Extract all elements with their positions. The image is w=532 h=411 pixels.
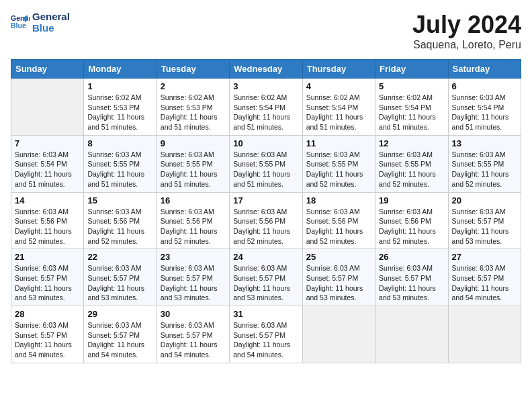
day-cell: 25Sunrise: 6:03 AM Sunset: 5:57 PM Dayli…	[302, 249, 375, 306]
day-number: 15	[87, 195, 152, 205]
col-header-wednesday: Wednesday	[230, 60, 302, 79]
day-cell: 22Sunrise: 6:03 AM Sunset: 5:57 PM Dayli…	[84, 249, 157, 306]
logo-blue: Blue	[32, 22, 70, 34]
day-number: 9	[161, 138, 226, 148]
day-number: 31	[233, 309, 298, 319]
day-cell: 23Sunrise: 6:03 AM Sunset: 5:57 PM Dayli…	[157, 249, 229, 306]
col-header-tuesday: Tuesday	[157, 60, 229, 79]
day-number: 29	[87, 309, 152, 319]
day-info: Sunrise: 6:03 AM Sunset: 5:57 PM Dayligh…	[87, 263, 152, 303]
svg-text:Blue: Blue	[11, 21, 26, 30]
day-info: Sunrise: 6:02 AM Sunset: 5:53 PM Dayligh…	[87, 93, 152, 132]
day-info: Sunrise: 6:02 AM Sunset: 5:54 PM Dayligh…	[379, 93, 444, 132]
day-info: Sunrise: 6:03 AM Sunset: 5:57 PM Dayligh…	[161, 263, 226, 303]
title-block: July 2024 Saquena, Loreto, Peru	[412, 11, 521, 51]
day-info: Sunrise: 6:03 AM Sunset: 5:56 PM Dayligh…	[379, 207, 444, 246]
day-cell: 3Sunrise: 6:02 AM Sunset: 5:54 PM Daylig…	[230, 79, 302, 136]
day-cell: 31Sunrise: 6:03 AM Sunset: 5:57 PM Dayli…	[230, 306, 302, 363]
day-cell: 26Sunrise: 6:03 AM Sunset: 5:57 PM Dayli…	[375, 249, 448, 306]
day-cell: 21Sunrise: 6:03 AM Sunset: 5:57 PM Dayli…	[11, 249, 84, 306]
day-cell: 4Sunrise: 6:02 AM Sunset: 5:54 PM Daylig…	[302, 79, 375, 136]
day-cell	[302, 306, 375, 363]
day-cell: 2Sunrise: 6:02 AM Sunset: 5:53 PM Daylig…	[157, 79, 229, 136]
day-info: Sunrise: 6:02 AM Sunset: 5:53 PM Dayligh…	[161, 93, 226, 132]
calendar-header-row: SundayMondayTuesdayWednesdayThursdayFrid…	[11, 60, 521, 79]
day-cell: 28Sunrise: 6:03 AM Sunset: 5:57 PM Dayli…	[11, 306, 84, 363]
page-header: General Blue General Blue July 2024 Saqu…	[11, 11, 521, 51]
week-row-2: 7Sunrise: 6:03 AM Sunset: 5:54 PM Daylig…	[11, 135, 521, 192]
day-number: 25	[306, 252, 371, 262]
day-number: 14	[15, 195, 80, 205]
week-row-5: 28Sunrise: 6:03 AM Sunset: 5:57 PM Dayli…	[11, 306, 521, 363]
day-cell: 6Sunrise: 6:03 AM Sunset: 5:54 PM Daylig…	[448, 79, 521, 136]
day-info: Sunrise: 6:03 AM Sunset: 5:55 PM Dayligh…	[452, 150, 517, 189]
day-info: Sunrise: 6:03 AM Sunset: 5:55 PM Dayligh…	[87, 150, 152, 189]
col-header-saturday: Saturday	[448, 60, 521, 79]
day-number: 17	[233, 195, 298, 205]
day-cell: 19Sunrise: 6:03 AM Sunset: 5:56 PM Dayli…	[375, 192, 448, 249]
day-number: 1	[87, 81, 152, 91]
day-cell: 9Sunrise: 6:03 AM Sunset: 5:55 PM Daylig…	[157, 135, 229, 192]
day-number: 18	[306, 195, 371, 205]
day-cell: 16Sunrise: 6:03 AM Sunset: 5:56 PM Dayli…	[157, 192, 229, 249]
day-number: 12	[379, 138, 444, 148]
day-number: 24	[233, 252, 298, 262]
day-info: Sunrise: 6:03 AM Sunset: 5:57 PM Dayligh…	[379, 263, 444, 303]
col-header-sunday: Sunday	[11, 60, 84, 79]
day-number: 22	[87, 252, 152, 262]
day-number: 3	[233, 81, 298, 91]
day-number: 8	[87, 138, 152, 148]
day-info: Sunrise: 6:03 AM Sunset: 5:54 PM Dayligh…	[452, 93, 517, 132]
day-number: 6	[452, 81, 517, 91]
day-info: Sunrise: 6:03 AM Sunset: 5:57 PM Dayligh…	[452, 207, 517, 246]
day-cell: 18Sunrise: 6:03 AM Sunset: 5:56 PM Dayli…	[302, 192, 375, 249]
day-info: Sunrise: 6:03 AM Sunset: 5:57 PM Dayligh…	[233, 263, 298, 303]
day-cell: 11Sunrise: 6:03 AM Sunset: 5:55 PM Dayli…	[302, 135, 375, 192]
day-cell	[11, 79, 84, 136]
day-cell: 24Sunrise: 6:03 AM Sunset: 5:57 PM Dayli…	[230, 249, 302, 306]
day-cell: 10Sunrise: 6:03 AM Sunset: 5:55 PM Dayli…	[230, 135, 302, 192]
day-info: Sunrise: 6:03 AM Sunset: 5:57 PM Dayligh…	[161, 320, 226, 360]
day-info: Sunrise: 6:03 AM Sunset: 5:56 PM Dayligh…	[161, 207, 226, 246]
day-number: 27	[452, 252, 517, 262]
day-number: 23	[161, 252, 226, 262]
day-number: 16	[161, 195, 226, 205]
day-info: Sunrise: 6:03 AM Sunset: 5:55 PM Dayligh…	[161, 150, 226, 189]
day-cell: 12Sunrise: 6:03 AM Sunset: 5:55 PM Dayli…	[375, 135, 448, 192]
day-number: 21	[15, 252, 80, 262]
day-info: Sunrise: 6:03 AM Sunset: 5:56 PM Dayligh…	[15, 207, 80, 246]
day-cell: 20Sunrise: 6:03 AM Sunset: 5:57 PM Dayli…	[448, 192, 521, 249]
day-info: Sunrise: 6:03 AM Sunset: 5:56 PM Dayligh…	[306, 207, 371, 246]
day-number: 28	[15, 309, 80, 319]
day-info: Sunrise: 6:03 AM Sunset: 5:57 PM Dayligh…	[87, 320, 152, 360]
day-cell: 13Sunrise: 6:03 AM Sunset: 5:55 PM Dayli…	[448, 135, 521, 192]
day-cell: 30Sunrise: 6:03 AM Sunset: 5:57 PM Dayli…	[157, 306, 229, 363]
day-info: Sunrise: 6:03 AM Sunset: 5:57 PM Dayligh…	[452, 263, 517, 303]
col-header-friday: Friday	[375, 60, 448, 79]
day-cell: 8Sunrise: 6:03 AM Sunset: 5:55 PM Daylig…	[84, 135, 157, 192]
day-number: 10	[233, 138, 298, 148]
day-info: Sunrise: 6:03 AM Sunset: 5:56 PM Dayligh…	[87, 207, 152, 246]
day-cell: 14Sunrise: 6:03 AM Sunset: 5:56 PM Dayli…	[11, 192, 84, 249]
calendar-subtitle: Saquena, Loreto, Peru	[412, 39, 521, 51]
day-info: Sunrise: 6:02 AM Sunset: 5:54 PM Dayligh…	[306, 93, 371, 132]
day-cell	[448, 306, 521, 363]
day-info: Sunrise: 6:03 AM Sunset: 5:56 PM Dayligh…	[233, 207, 298, 246]
day-number: 13	[452, 138, 517, 148]
day-cell: 27Sunrise: 6:03 AM Sunset: 5:57 PM Dayli…	[448, 249, 521, 306]
day-number: 4	[306, 81, 371, 91]
day-cell: 5Sunrise: 6:02 AM Sunset: 5:54 PM Daylig…	[375, 79, 448, 136]
calendar-title: July 2024	[412, 11, 521, 39]
day-number: 20	[452, 195, 517, 205]
day-cell: 15Sunrise: 6:03 AM Sunset: 5:56 PM Dayli…	[84, 192, 157, 249]
week-row-3: 14Sunrise: 6:03 AM Sunset: 5:56 PM Dayli…	[11, 192, 521, 249]
day-info: Sunrise: 6:03 AM Sunset: 5:54 PM Dayligh…	[15, 150, 80, 189]
calendar-table: SundayMondayTuesdayWednesdayThursdayFrid…	[11, 59, 521, 363]
col-header-monday: Monday	[84, 60, 157, 79]
week-row-1: 1Sunrise: 6:02 AM Sunset: 5:53 PM Daylig…	[11, 79, 521, 136]
day-number: 19	[379, 195, 444, 205]
day-number: 26	[379, 252, 444, 262]
day-cell: 7Sunrise: 6:03 AM Sunset: 5:54 PM Daylig…	[11, 135, 84, 192]
day-info: Sunrise: 6:02 AM Sunset: 5:54 PM Dayligh…	[233, 93, 298, 132]
day-info: Sunrise: 6:03 AM Sunset: 5:57 PM Dayligh…	[233, 320, 298, 360]
